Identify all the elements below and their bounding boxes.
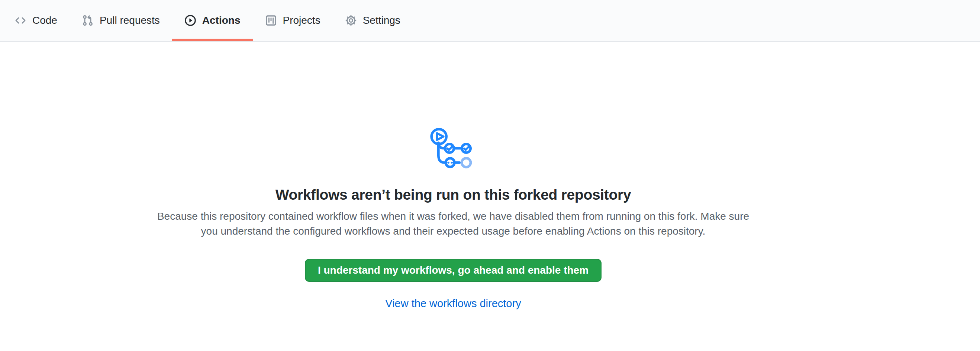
tab-label: Code [32, 14, 57, 26]
repo-tabnav: Code Pull requests Actions [0, 0, 980, 42]
gear-icon [345, 14, 357, 26]
tab-pull-requests[interactable]: Pull requests [70, 0, 172, 41]
workflows-link-row: View the workflows directory [148, 297, 758, 310]
play-icon [185, 14, 196, 26]
code-icon [14, 14, 26, 26]
tab-label: Actions [202, 14, 240, 26]
tab-code[interactable]: Code [2, 0, 70, 41]
project-icon [265, 14, 277, 26]
tab-label: Projects [283, 14, 320, 26]
git-pull-request-icon [82, 14, 94, 26]
workflows-directory-link[interactable]: View the workflows directory [385, 297, 521, 309]
tab-projects[interactable]: Projects [253, 0, 333, 41]
blankslate-description: Because this repository contained workfl… [152, 209, 754, 239]
tab-label: Settings [363, 14, 400, 26]
tab-actions[interactable]: Actions [172, 0, 253, 41]
tab-settings[interactable]: Settings [333, 0, 413, 41]
workflow-graph-icon [429, 124, 477, 173]
tab-label: Pull requests [100, 14, 160, 26]
page-title: Workflows aren’t being run on this forke… [148, 187, 758, 203]
enable-workflows-button[interactable]: I understand my workflows, go ahead and … [305, 259, 601, 282]
actions-disabled-blankslate: Workflows aren’t being run on this forke… [148, 42, 758, 310]
